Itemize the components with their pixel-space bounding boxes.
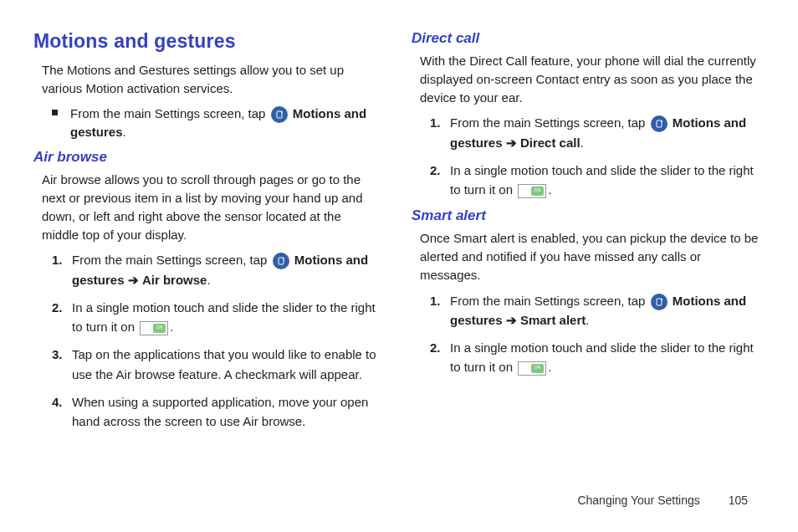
arrow-icon: ➔ — [128, 273, 139, 287]
text-fragment: Tap on the applications that you would l… — [72, 347, 376, 381]
text-fragment: From the main Settings screen, tap — [450, 115, 649, 130]
text-fragment: . — [581, 136, 584, 150]
text-fragment: In a single motion touch and slide the s… — [450, 340, 754, 374]
step-number: 1. — [430, 113, 441, 132]
motions-icon — [273, 253, 289, 269]
bullet-list: From the main Settings screen, tap Motio… — [52, 105, 381, 141]
list-item: 1. From the main Settings screen, tap Mo… — [52, 250, 381, 289]
subsection-heading: Direct call — [412, 30, 760, 47]
text-fragment: In a single motion touch and slide the s… — [72, 300, 376, 334]
text-fragment: . — [548, 182, 551, 197]
svg-point-7 — [661, 299, 662, 300]
bold-label: Direct call — [520, 136, 581, 150]
list-item: 2. In a single motion touch and slide th… — [430, 161, 760, 200]
ordered-list: 1. From the main Settings screen, tap Mo… — [52, 250, 381, 431]
section-heading: Motions and gestures — [33, 30, 381, 53]
motions-icon — [651, 115, 668, 132]
left-column: Motions and gestures The Motions and Ges… — [33, 30, 381, 439]
text-fragment: . — [548, 360, 551, 374]
toggle-pill: ON — [531, 364, 544, 373]
square-bullet-icon — [52, 110, 58, 115]
step-number: 1. — [430, 291, 441, 310]
bold-label: Smart alert — [520, 313, 586, 327]
text-fragment: When using a supported application, move… — [72, 395, 368, 428]
subsection-heading: Smart alert — [412, 207, 760, 224]
intro-text: The Motions and Gestures settings allow … — [42, 61, 381, 98]
subsection-heading: Air browse — [33, 149, 381, 166]
right-column: Direct call With the Direct Call feature… — [412, 30, 760, 439]
svg-point-3 — [283, 258, 284, 259]
body-text: Air browse allows you to scroll through … — [42, 171, 381, 243]
arrow-icon: ➔ — [506, 136, 517, 150]
toggle-on-icon: ON — [140, 321, 168, 335]
list-item: From the main Settings screen, tap Motio… — [52, 105, 381, 141]
text-fragment: In a single motion touch and slide the s… — [450, 163, 754, 197]
step-number: 2. — [430, 161, 441, 180]
step-number: 2. — [430, 338, 441, 357]
motions-icon — [651, 294, 668, 310]
step-number: 4. — [52, 392, 63, 412]
list-item: 2. In a single motion touch and slide th… — [52, 298, 381, 337]
step-number: 3. — [52, 345, 63, 364]
svg-point-1 — [281, 111, 283, 113]
toggle-on-icon: ON — [518, 184, 546, 198]
list-item: 4. When using a supported application, m… — [52, 392, 381, 432]
list-item: 2. In a single motion touch and slide th… — [430, 338, 760, 377]
toggle-pill: ON — [531, 187, 544, 196]
text-fragment: . — [586, 313, 589, 327]
page-footer: Changing Your Settings 105 — [577, 494, 748, 507]
arrow-icon: ➔ — [506, 313, 517, 327]
ordered-list: 1. From the main Settings screen, tap Mo… — [430, 291, 760, 377]
body-text: Once Smart alert is enabled, you can pic… — [420, 229, 760, 284]
list-item: 1. From the main Settings screen, tap Mo… — [430, 291, 760, 330]
text-fragment: From the main Settings screen, tap — [450, 294, 649, 308]
text-fragment: From the main Settings screen, tap — [70, 106, 269, 120]
toggle-pill: ON — [153, 324, 166, 333]
svg-point-5 — [661, 120, 662, 122]
page-content: Motions and gestures The Motions and Ges… — [0, 0, 798, 439]
list-item: 1. From the main Settings screen, tap Mo… — [430, 113, 760, 152]
step-number: 1. — [52, 250, 63, 269]
bold-label: Air browse — [142, 273, 207, 287]
text-fragment: . — [170, 320, 173, 334]
motions-icon — [271, 106, 288, 123]
page-number: 105 — [729, 494, 748, 507]
text-fragment: . — [123, 125, 126, 139]
step-number: 2. — [52, 298, 63, 317]
list-item: 3. Tap on the applications that you woul… — [52, 345, 381, 384]
ordered-list: 1. From the main Settings screen, tap Mo… — [430, 113, 760, 199]
body-text: With the Direct Call feature, your phone… — [420, 52, 760, 106]
footer-text: Changing Your Settings — [577, 494, 699, 507]
toggle-on-icon: ON — [518, 361, 546, 376]
text-fragment: From the main Settings screen, tap — [72, 253, 271, 267]
text-fragment: . — [207, 273, 210, 287]
